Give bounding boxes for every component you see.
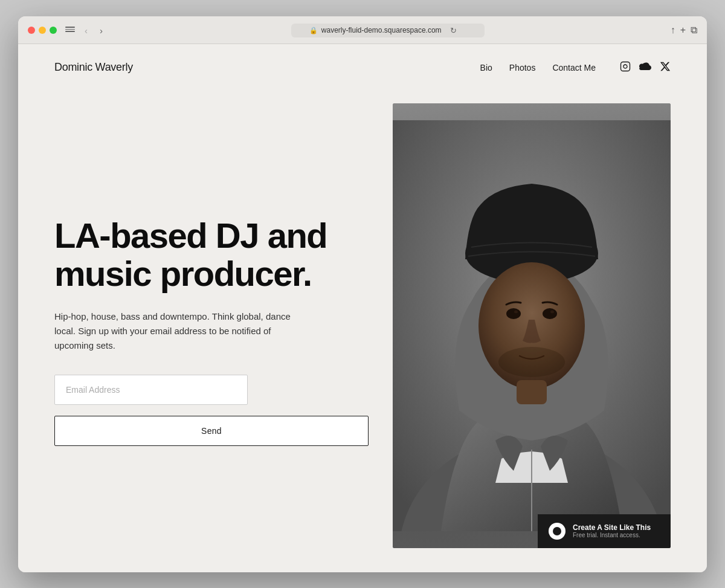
nav-link-contact[interactable]: Contact Me xyxy=(552,63,596,73)
share-button[interactable]: ↑ xyxy=(671,25,675,36)
send-button[interactable]: Send xyxy=(54,416,369,446)
forward-button[interactable]: › xyxy=(97,24,105,37)
site-logo: Dominic Waverly xyxy=(54,61,133,74)
svg-point-8 xyxy=(543,308,557,319)
content-left: LA-based DJ and music producer. Hip-hop,… xyxy=(54,103,369,548)
site-main: LA-based DJ and music producer. Hip-hop,… xyxy=(18,91,707,572)
close-traffic-light[interactable] xyxy=(28,27,35,34)
nav-links: Bio Photos Contact Me xyxy=(480,61,671,74)
hero-photo: Create A Site Like This Free trial. Inst… xyxy=(393,103,671,548)
svg-rect-0 xyxy=(621,62,630,71)
browser-window: ‹ › 🔒 waverly-fluid-demo.squarespace.com… xyxy=(18,16,707,572)
lock-icon: 🔒 xyxy=(309,27,318,34)
svg-point-1 xyxy=(624,65,627,68)
new-tab-button[interactable]: + xyxy=(680,25,686,36)
photo-person xyxy=(393,103,671,548)
address-bar-inner[interactable]: 🔒 waverly-fluid-demo.squarespace.com ↻ xyxy=(291,24,485,37)
traffic-lights xyxy=(28,27,57,34)
svg-point-9 xyxy=(514,310,518,313)
browser-actions: ↑ + ⧉ xyxy=(671,25,697,36)
site-navigation: Dominic Waverly Bio Photos Contact Me xyxy=(18,44,707,91)
instagram-icon[interactable] xyxy=(620,61,631,74)
soundcloud-icon[interactable] xyxy=(639,62,651,73)
fullscreen-traffic-light[interactable] xyxy=(50,27,57,34)
content-right: Create A Site Like This Free trial. Inst… xyxy=(393,103,671,548)
squarespace-title: Create A Site Like This xyxy=(573,523,651,532)
reload-button[interactable]: ↻ xyxy=(450,26,457,35)
nav-social-icons xyxy=(620,61,671,74)
browser-chrome: ‹ › 🔒 waverly-fluid-demo.squarespace.com… xyxy=(18,16,707,44)
squarespace-logo xyxy=(549,523,566,540)
squarespace-banner[interactable]: Create A Site Like This Free trial. Inst… xyxy=(538,514,671,548)
url-text: waverly-fluid-demo.squarespace.com xyxy=(321,26,442,34)
website-content: Dominic Waverly Bio Photos Contact Me xyxy=(18,44,707,572)
twitter-icon[interactable] xyxy=(660,61,671,74)
back-button[interactable]: ‹ xyxy=(82,24,90,37)
hero-subtext: Hip-hop, house, bass and downtempo. Thin… xyxy=(54,309,308,353)
minimize-traffic-light[interactable] xyxy=(39,27,46,34)
nav-link-photos[interactable]: Photos xyxy=(509,63,536,73)
svg-point-11 xyxy=(498,347,565,377)
email-input[interactable] xyxy=(54,375,248,405)
svg-point-7 xyxy=(506,308,521,319)
nav-link-bio[interactable]: Bio xyxy=(480,63,492,73)
svg-point-10 xyxy=(550,310,554,313)
svg-rect-12 xyxy=(517,380,547,404)
hero-heading: LA-based DJ and music producer. xyxy=(54,217,369,292)
squarespace-subtitle: Free trial. Instant access. xyxy=(573,532,651,538)
address-bar: 🔒 waverly-fluid-demo.squarespace.com ↻ xyxy=(112,24,663,37)
svg-point-2 xyxy=(628,63,628,64)
sidebar-toggle[interactable] xyxy=(65,27,75,34)
email-input-wrap xyxy=(54,375,369,405)
squarespace-text: Create A Site Like This Free trial. Inst… xyxy=(573,523,651,538)
duplicate-button[interactable]: ⧉ xyxy=(691,25,697,36)
